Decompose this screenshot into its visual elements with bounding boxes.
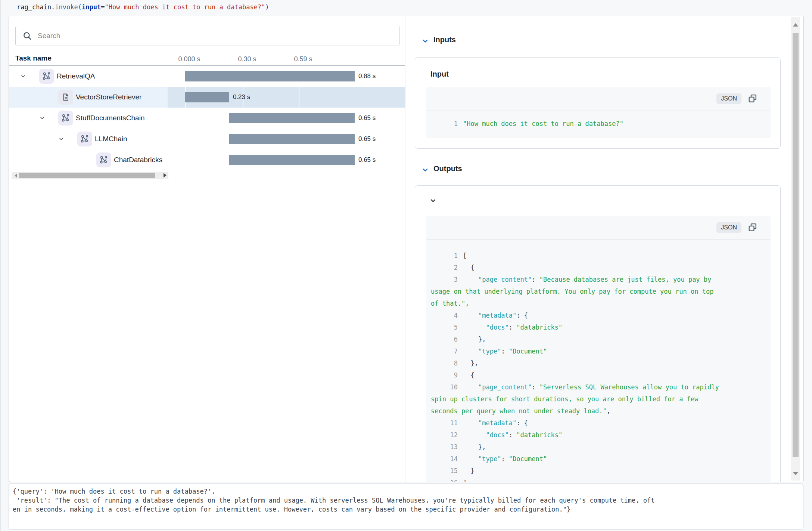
code-token: invoke <box>55 3 78 11</box>
json-token: : <box>501 455 508 463</box>
json-token <box>463 455 478 463</box>
outputs-collapse-chevron-icon[interactable] <box>421 166 429 174</box>
scroll-down-arrow-icon[interactable] <box>793 472 798 475</box>
timeline-gridline <box>299 87 299 108</box>
output-card: JSON 1[2 {3 "page_content": "Because dat… <box>415 185 781 482</box>
line-number: 13 <box>431 441 458 453</box>
duration-bar <box>229 134 355 144</box>
json-token: , <box>465 300 469 307</box>
json-line: 1"How much does it cost to run a databas… <box>431 118 765 130</box>
search-input[interactable] <box>37 31 399 40</box>
vertical-scrollbar-thumb[interactable] <box>793 33 799 457</box>
tree-expand-chevron-icon[interactable] <box>20 73 27 80</box>
line-number: 10 <box>431 381 458 393</box>
code-token: ( <box>78 3 82 11</box>
outputs-section-title: Outputs <box>433 164 462 173</box>
task-tree-pane: Task name 0.000 s0.30 s0.59 s RetrievalQ… <box>9 16 405 482</box>
json-token: }, <box>463 336 486 343</box>
code-token: rag_chain. <box>17 3 55 11</box>
chain-icon <box>39 69 54 84</box>
inputs-section-title: Inputs <box>433 35 456 44</box>
scroll-right-arrow-icon[interactable] <box>164 173 167 177</box>
json-token: "How much does it cost to run a database… <box>463 120 623 127</box>
tree-expand-chevron-icon[interactable] <box>58 136 65 143</box>
line-number: 4 <box>431 309 458 321</box>
code-token: ) <box>265 3 269 11</box>
task-row-LLMChain[interactable]: LLMChain0.65 s <box>9 129 405 149</box>
output-code-block: JSON 1[2 {3 "page_content": "Because dat… <box>426 216 771 482</box>
output-collapse-chevron-icon[interactable] <box>429 197 437 204</box>
line-number: 11 <box>431 417 458 429</box>
duration-label: 0.65 s <box>358 108 376 129</box>
timeline-cell: 0.65 s <box>168 129 405 149</box>
duration-label: 0.65 s <box>358 149 376 170</box>
json-token: [ <box>463 252 467 259</box>
timeline-cell: 0.23 s <box>168 87 405 108</box>
json-token: "docs" <box>486 324 508 331</box>
json-line: 2 { <box>431 262 765 274</box>
task-label: ChatDatabricks <box>114 149 162 170</box>
json-token: : <box>501 348 508 355</box>
invocation-code-line: rag_chain.invoke(input="How much does it… <box>17 3 269 12</box>
line-number: 9 <box>431 369 458 381</box>
json-token: : { <box>516 312 528 319</box>
json-line: 12 "docs": "databricks" <box>431 429 765 441</box>
horizontal-scrollbar-thumb[interactable] <box>19 173 155 178</box>
result-output-text: {'query': 'How much does it cost to run … <box>9 484 803 517</box>
json-format-chip[interactable]: JSON <box>716 222 741 233</box>
json-token: }, <box>463 443 486 451</box>
json-token <box>463 324 486 331</box>
task-row-StuffDocumentsChain[interactable]: StuffDocumentsChain0.65 s <box>9 108 405 129</box>
duration-label: 0.88 s <box>358 66 376 87</box>
json-line: 8 }, <box>431 357 765 369</box>
json-token: "metadata" <box>478 419 516 427</box>
input-field-label: Input <box>430 70 449 78</box>
inputs-collapse-chevron-icon[interactable] <box>421 37 429 45</box>
line-number: 12 <box>431 429 458 441</box>
json-format-chip[interactable]: JSON <box>716 93 741 104</box>
json-line: 1[ <box>431 250 765 262</box>
json-token <box>463 276 478 283</box>
json-line: 3 "page_content": "Because databases are… <box>431 274 765 309</box>
json-line: 10 "page_content": "Serverless SQL Wareh… <box>431 381 765 417</box>
search-icon <box>22 31 32 41</box>
json-token: "Document" <box>509 455 547 463</box>
json-token: "databricks" <box>516 431 562 439</box>
tree-expand-chevron-icon[interactable] <box>39 115 46 122</box>
json-token <box>463 431 486 439</box>
task-row-ChatDatabricks[interactable]: ChatDatabricks0.65 s <box>9 149 405 170</box>
task-name-cell: StuffDocumentsChain <box>9 108 168 129</box>
horizontal-scrollbar[interactable] <box>12 172 168 179</box>
json-token <box>463 312 478 319</box>
timeline-cell: 0.88 s <box>168 66 405 87</box>
json-token: "metadata" <box>478 312 516 319</box>
json-token: } <box>463 467 475 475</box>
timeline-cell: 0.65 s <box>168 149 405 170</box>
task-label: VectorStoreRetriever <box>76 87 141 108</box>
search-box[interactable] <box>15 26 400 46</box>
duration-bar <box>229 113 355 123</box>
json-token: ] <box>463 479 467 482</box>
task-row-VectorStoreRetriever[interactable]: VectorStoreRetriever0.23 s <box>9 87 405 108</box>
json-token: "type" <box>478 348 501 355</box>
scroll-left-arrow-icon[interactable] <box>15 173 17 178</box>
task-row-RetrievalQA[interactable]: RetrievalQA0.88 s <box>9 66 405 87</box>
json-line: 15 } <box>431 465 765 477</box>
scroll-up-arrow-icon[interactable] <box>793 23 798 27</box>
json-token: : <box>509 431 516 439</box>
duration-label: 0.65 s <box>358 129 376 149</box>
copy-button[interactable] <box>747 222 758 233</box>
code-token: input <box>82 3 101 11</box>
duration-bar <box>185 92 229 102</box>
json-token: "page_content" <box>478 276 532 283</box>
vertical-scrollbar[interactable] <box>791 17 800 481</box>
json-line: 6 }, <box>431 333 765 345</box>
json-line: 7 "type": "Document" <box>431 345 765 357</box>
input-card: Input JSON 1"How much does it cost to ru… <box>415 57 781 149</box>
time-axis-tick-label: 0.000 s <box>178 54 200 64</box>
line-number: 1 <box>431 118 458 130</box>
json-token: : <box>532 383 539 391</box>
json-line: 16] <box>431 477 765 482</box>
copy-button[interactable] <box>747 93 758 104</box>
json-line: 14 "type": "Document" <box>431 453 765 465</box>
